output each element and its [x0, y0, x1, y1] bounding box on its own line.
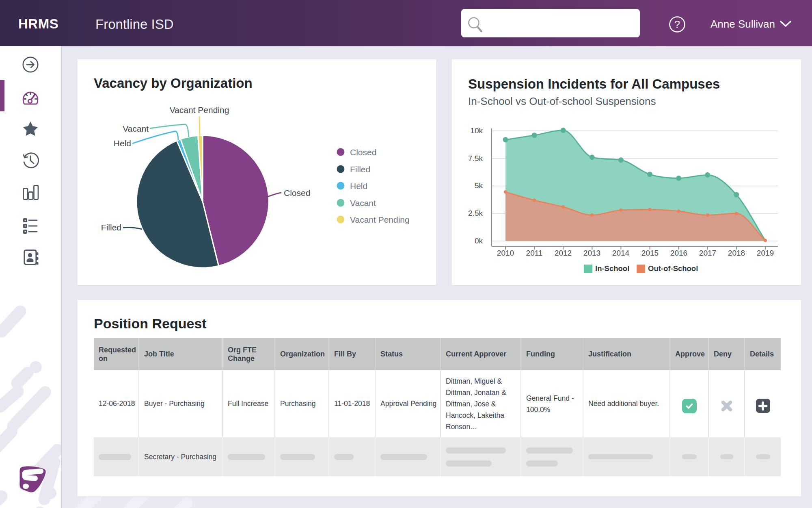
svg-text:2014: 2014 — [612, 249, 630, 257]
svg-text:Suspension Incidents for All C: Suspension Incidents for All Campuses — [468, 76, 720, 91]
svg-text:10k: 10k — [470, 126, 483, 135]
svg-text:2018: 2018 — [728, 249, 745, 257]
svg-text:0k: 0k — [475, 237, 483, 245]
svg-text:2016: 2016 — [670, 249, 687, 257]
svg-text:2012: 2012 — [555, 249, 572, 257]
svg-text:Closed: Closed — [284, 188, 310, 198]
svg-text:2013: 2013 — [583, 249, 600, 257]
svg-text:Closed: Closed — [350, 148, 376, 157]
svg-text:2010: 2010 — [497, 249, 514, 257]
svg-text:Vacant: Vacant — [123, 124, 149, 133]
svg-text:Vacant Pending: Vacant Pending — [170, 105, 229, 115]
svg-text:2015: 2015 — [641, 249, 659, 257]
svg-text:?: ? — [674, 19, 680, 30]
svg-text:Vacancy by Organization: Vacancy by Organization — [94, 76, 253, 91]
svg-text:Held: Held — [350, 181, 367, 191]
svg-text:Vacant: Vacant — [350, 198, 376, 208]
svg-text:7.5k: 7.5k — [468, 154, 483, 163]
svg-text:Out-of-School: Out-of-School — [648, 264, 698, 273]
svg-text:2017: 2017 — [699, 249, 716, 257]
svg-text:Vacant Pending: Vacant Pending — [350, 215, 410, 224]
svg-text:2.5k: 2.5k — [468, 209, 483, 217]
svg-text:Held: Held — [114, 139, 131, 148]
svg-text:5k: 5k — [475, 181, 483, 190]
svg-text:2011: 2011 — [526, 249, 543, 257]
svg-text:In-School vs Out-of-school Sus: In-School vs Out-of-school Suspensions — [468, 95, 656, 107]
svg-text:Filled: Filled — [350, 165, 370, 174]
svg-text:2019: 2019 — [757, 249, 774, 257]
svg-text:In-School: In-School — [595, 264, 629, 273]
svg-text:Filled: Filled — [101, 223, 121, 232]
